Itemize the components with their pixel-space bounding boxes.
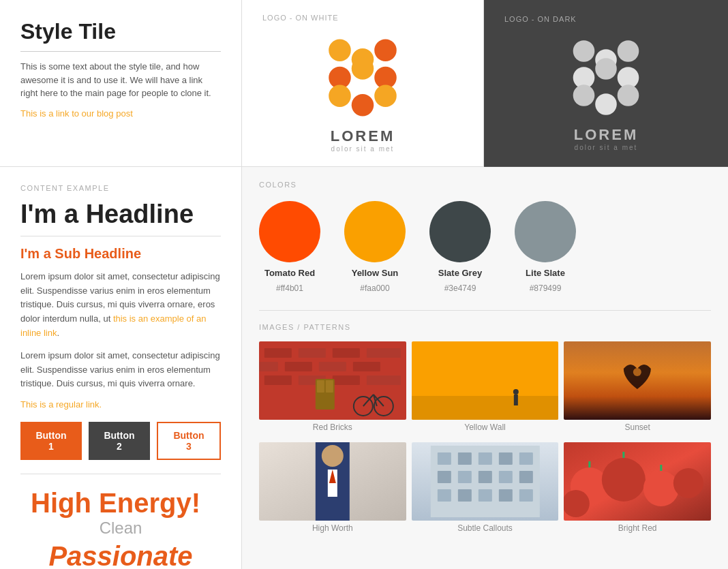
svg-rect-25	[285, 362, 312, 371]
image-label-sunset: Sunset	[564, 422, 711, 432]
body-text-2: Lorem ipsum dolor sit amet, consectetur …	[20, 349, 221, 391]
svg-rect-66	[498, 489, 512, 502]
svg-rect-28	[264, 375, 292, 385]
button-3[interactable]: Button 3	[157, 422, 221, 460]
svg-rect-62	[519, 471, 532, 483]
word-high-energy: High Energy!	[31, 488, 200, 519]
body-text-1: Lorem ipsum dolor sit amet, consectetur …	[20, 270, 221, 341]
svg-rect-24	[259, 362, 278, 371]
color-circle-yellow-sun	[344, 201, 406, 262]
svg-rect-65	[478, 489, 491, 502]
color-name-yellow-sun: Yellow Sun	[352, 268, 399, 278]
color-name-slate-grey: Slate Grey	[438, 268, 482, 278]
svg-rect-54	[457, 452, 471, 465]
svg-rect-41	[412, 396, 559, 420]
color-hex-slate-grey: #3e4749	[444, 283, 476, 293]
svg-rect-60	[478, 471, 491, 483]
svg-rect-30	[333, 375, 360, 385]
image-item-high-worth: High Worth	[259, 442, 406, 538]
svg-rect-23	[367, 348, 401, 358]
svg-rect-55	[478, 452, 491, 465]
color-item-yellow-sun: Yellow Sun #faa000	[344, 201, 406, 293]
color-item-slate-grey: Slate Grey #3e4749	[429, 201, 491, 293]
images-grid: Red Bricks Yellow Wall	[259, 341, 711, 538]
image-label-red-bricks: Red Bricks	[259, 422, 406, 432]
svg-rect-57	[519, 452, 532, 465]
svg-point-8	[374, 85, 397, 108]
image-thumb-subtle-callouts	[412, 442, 559, 521]
svg-rect-22	[333, 348, 360, 358]
svg-point-7	[352, 94, 374, 117]
image-item-sunset: Sunset	[564, 341, 711, 437]
svg-rect-64	[457, 489, 471, 502]
svg-point-72	[673, 468, 703, 498]
style-tile-header-section: Style Tile This is some text about the s…	[0, 0, 242, 167]
logo-white-section: LOGO - ON WHITE LOREM dolor sit a met	[242, 0, 484, 167]
color-hex-tomato-red: #ff4b01	[276, 283, 303, 293]
image-label-subtle-callouts: Subtle Callouts	[412, 523, 559, 533]
logo-text-white: LOREM dolor sit a met	[331, 127, 395, 153]
svg-point-0	[329, 40, 351, 62]
color-item-lite-slate: Lite Slate #879499	[515, 201, 576, 293]
svg-rect-61	[498, 471, 512, 483]
colors-row: Tomato Red #ff4b01 Yellow Sun #faa000 Sl…	[259, 201, 711, 293]
image-thumb-red-bricks	[259, 341, 406, 420]
image-label-high-worth: High Worth	[259, 523, 406, 533]
svg-rect-31	[367, 375, 401, 385]
word-cloud: High Energy! Clean Passionate Informatio…	[20, 474, 221, 569]
svg-point-11	[618, 40, 639, 62]
logo-text-dark: LOREM dolor sit a met	[574, 126, 638, 151]
colors-section-label: COLORS	[259, 181, 711, 189]
blog-link[interactable]: This is a link to our blog post	[20, 108, 133, 119]
svg-point-45	[633, 368, 641, 376]
image-item-subtle-callouts: Subtle Callouts	[412, 442, 559, 538]
main-grid: Style Tile This is some text about the s…	[0, 0, 728, 569]
image-thumb-high-worth	[259, 442, 406, 521]
buttons-row: Button 1 Button 2 Button 3	[20, 422, 221, 460]
content-sub-headline: I'm a Sub Headline	[20, 246, 221, 262]
word-passionate: Passionate	[20, 541, 221, 569]
svg-point-13	[595, 58, 617, 80]
content-section-label: CONTENT EXAMPLE	[20, 184, 221, 192]
svg-rect-26	[319, 362, 346, 371]
svg-point-2	[374, 40, 397, 62]
logo-white-svg	[562, 33, 650, 122]
image-item-bright-red: Bright Red	[564, 442, 711, 538]
image-thumb-sunset	[564, 341, 711, 420]
image-label-yellow-wall: Yellow Wall	[412, 422, 559, 432]
description-text: This is some text about the style tile, …	[20, 60, 221, 100]
svg-rect-20	[264, 348, 292, 358]
color-circle-lite-slate	[515, 201, 576, 262]
word-cloud-row-1: High Energy! Clean	[20, 488, 221, 538]
divider	[20, 51, 221, 52]
button-2[interactable]: Button 2	[89, 422, 150, 460]
svg-rect-58	[437, 471, 451, 483]
word-clean: Clean	[100, 519, 142, 538]
svg-point-15	[573, 84, 595, 106]
color-circle-tomato-red	[259, 201, 320, 262]
svg-rect-27	[353, 362, 380, 371]
svg-point-71	[643, 471, 679, 506]
button-1[interactable]: Button 1	[20, 422, 82, 460]
color-hex-yellow-sun: #faa000	[360, 283, 389, 293]
word-cloud-row-2: Passionate	[20, 541, 221, 569]
content-headline: I'm a Headline	[20, 200, 221, 229]
regular-link[interactable]: This is a regular link.	[20, 399, 221, 410]
svg-rect-53	[437, 452, 451, 465]
image-item-yellow-wall: Yellow Wall	[412, 341, 559, 437]
image-label-bright-red: Bright Red	[564, 523, 711, 533]
color-hex-lite-slate: #879499	[530, 283, 562, 293]
images-section-label: IMAGES / PATTERNS	[259, 310, 711, 331]
image-thumb-yellow-wall	[412, 341, 559, 420]
svg-point-70	[602, 458, 646, 502]
right-panel: COLORS Tomato Red #ff4b01 Yellow Sun #fa…	[242, 167, 728, 569]
svg-point-42	[513, 389, 518, 395]
svg-rect-56	[498, 452, 512, 465]
logo-white-label: LOGO - ON WHITE	[256, 14, 339, 22]
logo-orange-svg	[315, 32, 410, 123]
logo-dark-section: LOGO - ON DARK LOREM dolor sit a met	[484, 0, 728, 167]
svg-rect-43	[513, 395, 517, 405]
svg-rect-63	[437, 489, 451, 502]
svg-rect-59	[457, 471, 471, 483]
svg-point-17	[618, 84, 639, 106]
